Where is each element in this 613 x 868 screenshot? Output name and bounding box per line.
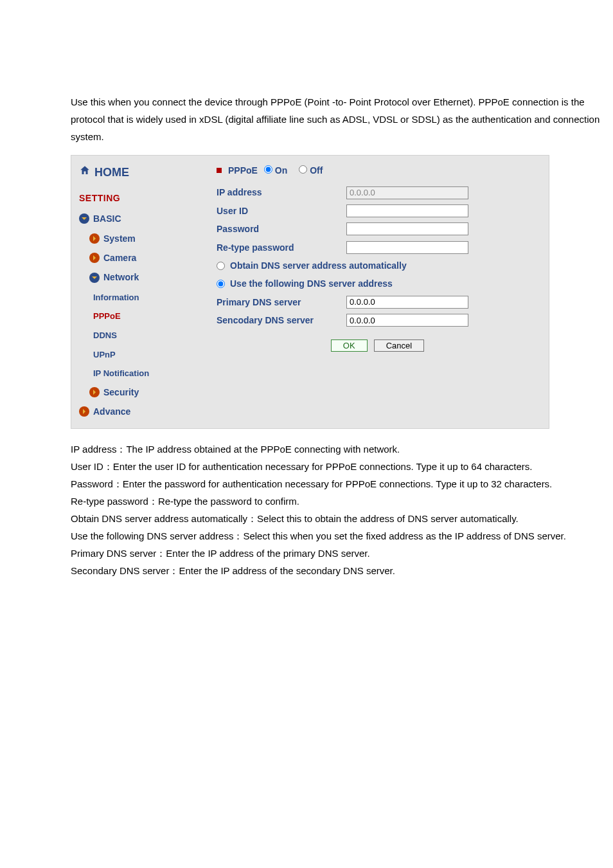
- subnav-ip-notification[interactable]: IP Notification: [75, 363, 202, 383]
- home-link[interactable]: HOME: [75, 161, 202, 190]
- secondary-dns-field[interactable]: [346, 314, 468, 327]
- note-user-id: User ID：Enter the user ID for authentica…: [71, 458, 607, 475]
- nav-system[interactable]: System: [75, 229, 202, 248]
- radio-input[interactable]: [264, 165, 272, 174]
- subnav-ddns[interactable]: DDNS: [75, 325, 202, 345]
- sidebar: HOME SETTING BASIC System Camera Network…: [71, 156, 206, 428]
- ok-button[interactable]: OK: [331, 339, 368, 352]
- nav-advance[interactable]: Advance: [75, 402, 202, 421]
- dns-auto-radio[interactable]: [217, 262, 225, 270]
- note-ip-address: IP address：The IP address obtained at th…: [71, 440, 607, 458]
- nav-camera[interactable]: Camera: [75, 248, 202, 267]
- ip-address-field[interactable]: [346, 186, 468, 199]
- chevron-down-icon: [79, 213, 89, 224]
- section-name: PPPoE: [228, 163, 258, 177]
- subnav-upnp[interactable]: UPnP: [75, 345, 202, 364]
- nav-label: Network: [103, 270, 139, 284]
- retype-password-label: Re-type password: [217, 240, 339, 255]
- notes-section: IP address：The IP address obtained at th…: [6, 435, 607, 579]
- note-retype-password: Re-type password：Re-type the password to…: [71, 493, 607, 510]
- bullet-icon: [217, 168, 222, 173]
- chevron-right-icon: [89, 233, 100, 244]
- chevron-right-icon: [89, 253, 100, 263]
- section-title: PPPoE On Off: [217, 163, 538, 177]
- pppoe-on-radio[interactable]: On: [264, 163, 287, 177]
- subnav-information[interactable]: Information: [75, 287, 202, 307]
- radio-input[interactable]: [299, 165, 307, 174]
- nav-basic[interactable]: BASIC: [75, 209, 202, 228]
- cancel-button[interactable]: Cancel: [374, 339, 424, 352]
- settings-panel: HOME SETTING BASIC System Camera Network…: [71, 155, 549, 429]
- user-id-field[interactable]: [346, 204, 468, 217]
- primary-dns-label: Primary DNS server: [217, 295, 339, 309]
- subnav-pppoe[interactable]: PPPoE: [75, 306, 202, 325]
- nav-security[interactable]: Security: [75, 383, 202, 402]
- home-icon: [79, 165, 91, 181]
- chevron-down-icon: [89, 273, 100, 283]
- note-dns-auto: Obtain DNS server address automatically：…: [71, 510, 607, 527]
- dns-manual-radio[interactable]: [217, 280, 225, 288]
- dns-manual-label: Use the following DNS server address: [230, 276, 393, 291]
- primary-dns-field[interactable]: [346, 296, 468, 309]
- nav-label: Security: [103, 385, 139, 399]
- note-secondary-dns: Secondary DNS server：Enter the IP addres…: [71, 562, 607, 579]
- nav-label: System: [103, 231, 136, 246]
- chevron-right-icon: [79, 406, 89, 417]
- password-label: Password: [217, 222, 339, 236]
- user-id-label: User ID: [217, 204, 339, 218]
- intro-text: Use this when you connect the device thr…: [6, 0, 607, 152]
- retype-password-field[interactable]: [346, 241, 468, 254]
- pppoe-off-radio[interactable]: Off: [299, 163, 323, 177]
- ip-address-label: IP address: [217, 185, 339, 199]
- nav-network[interactable]: Network: [75, 267, 202, 287]
- dns-auto-label: Obtain DNS server address automatically: [230, 258, 407, 273]
- note-password: Password：Enter the password for authenti…: [71, 475, 607, 493]
- password-field[interactable]: [346, 222, 468, 235]
- note-primary-dns: Primary DNS server：Enter the IP address …: [71, 545, 607, 562]
- setting-heading: SETTING: [75, 190, 202, 209]
- nav-label: Advance: [93, 404, 130, 419]
- nav-label: BASIC: [93, 212, 121, 226]
- content-area: PPPoE On Off IP address User ID: [206, 156, 549, 428]
- radio-label: On: [275, 165, 287, 176]
- note-dns-manual: Use the following DNS server address：Sel…: [71, 527, 607, 545]
- chevron-right-icon: [89, 387, 100, 397]
- secondary-dns-label: Sencodary DNS server: [217, 313, 339, 327]
- home-label: HOME: [94, 163, 129, 182]
- nav-label: Camera: [103, 251, 136, 265]
- radio-label: Off: [310, 165, 323, 176]
